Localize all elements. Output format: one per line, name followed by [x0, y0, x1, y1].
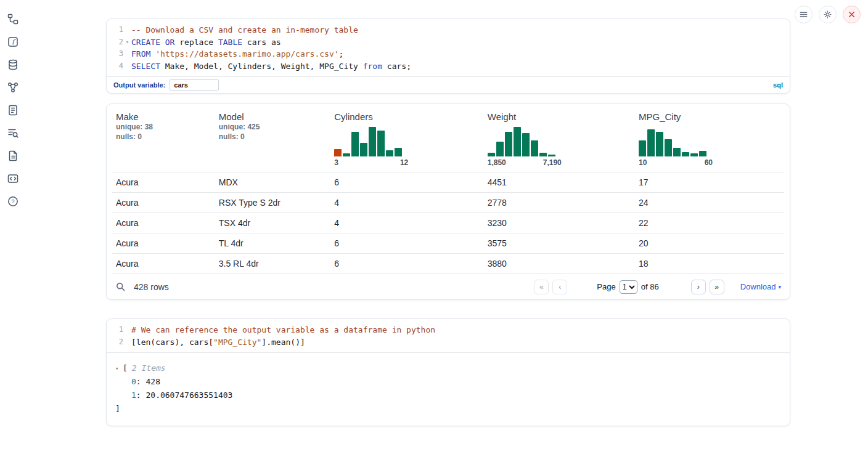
documentation-icon[interactable] — [6, 149, 20, 163]
tree-value: 20.060747663551403 — [145, 390, 232, 400]
next-page-button[interactable]: › — [691, 280, 706, 294]
line-number: 2▾ — [107, 36, 131, 49]
download-label: Download — [740, 282, 776, 291]
histogram-bar[interactable] — [496, 142, 504, 156]
code-line[interactable]: 3FROM 'https://datasets.marimo.app/cars.… — [107, 48, 790, 60]
table-row[interactable]: AcuraRSX Type S 2dr4277824 — [112, 193, 784, 213]
column-header[interactable]: MPG_City1060 — [635, 104, 784, 172]
search-icon[interactable] — [115, 281, 126, 292]
notebook: 1-- Download a CSV and create an in-memo… — [106, 18, 790, 426]
scratchpad-icon[interactable] — [6, 103, 20, 117]
help-icon[interactable]: ? — [6, 195, 20, 208]
histogram-bar[interactable] — [334, 149, 342, 156]
code-text: -- Download a CSV and create an in-memor… — [131, 24, 358, 36]
chevron-down-icon: ▾ — [778, 284, 781, 290]
python-code-editor[interactable]: 1# We can reference the output variable … — [107, 319, 790, 352]
histogram-bar[interactable] — [548, 155, 555, 156]
table-cell: MDX — [215, 172, 330, 193]
histogram-bar[interactable] — [690, 153, 698, 156]
histogram-bar[interactable] — [343, 153, 350, 156]
table-row[interactable]: AcuraTL 4dr6357520 — [112, 233, 784, 254]
logs-icon[interactable] — [6, 126, 20, 140]
code-text: # We can reference the output variable a… — [131, 324, 435, 336]
histogram-bar[interactable] — [377, 131, 385, 156]
histogram-bar[interactable] — [395, 148, 402, 156]
table-cell: 3575 — [484, 233, 635, 254]
close-icon — [847, 10, 856, 19]
histogram-bar[interactable] — [369, 127, 376, 156]
nulls-stat: nulls: 0 — [219, 132, 327, 142]
database-icon[interactable] — [6, 58, 20, 71]
gear-icon — [823, 10, 832, 19]
code-line[interactable]: 2[len(cars), cars["MPG_City"].mean()] — [107, 336, 790, 349]
histogram-bar[interactable] — [351, 132, 359, 156]
first-page-button[interactable]: « — [534, 280, 549, 294]
file-tree-icon[interactable] — [6, 12, 20, 26]
histogram-bar[interactable] — [522, 133, 530, 156]
code-line[interactable]: 1# We can reference the output variable … — [107, 324, 790, 336]
fold-marker[interactable]: ▾ — [123, 36, 131, 49]
close-button[interactable] — [843, 6, 861, 23]
table-cell: Acura — [112, 233, 215, 254]
download-button[interactable]: Download ▾ — [740, 282, 781, 291]
histogram-bar[interactable] — [673, 148, 681, 156]
table-footer: 428 rows « ‹ Page 1 of 86 › » Download ▾ — [107, 274, 790, 299]
line-number: 2 — [107, 336, 131, 349]
prev-page-button[interactable]: ‹ — [552, 280, 567, 294]
histogram-bar[interactable] — [699, 151, 706, 156]
column-histogram[interactable] — [488, 126, 562, 156]
snippets-icon[interactable] — [6, 172, 20, 185]
table-cell: TL 4dr — [215, 233, 330, 254]
table-cell: 17 — [635, 172, 784, 193]
column-histogram[interactable] — [334, 126, 408, 156]
code-line[interactable]: 4SELECT Make, Model, Cylinders, Weight, … — [107, 60, 790, 73]
table-wrap: Makeunique: 38nulls: 0Modelunique: 425nu… — [107, 104, 790, 274]
histogram-bar[interactable] — [531, 140, 538, 156]
table-cell: Acura — [112, 254, 215, 274]
unique-stat: unique: 425 — [219, 122, 327, 132]
menu-button[interactable] — [795, 6, 813, 23]
table-cell: 6 — [330, 233, 484, 254]
code-line[interactable]: 1-- Download a CSV and create an in-memo… — [107, 24, 790, 36]
settings-button[interactable] — [819, 6, 837, 23]
pagination: « ‹ Page 1 of 86 › » — [534, 280, 724, 294]
table-panel: Makeunique: 38nulls: 0Modelunique: 425nu… — [106, 103, 790, 300]
histogram-bar[interactable] — [488, 153, 495, 156]
histogram-bar[interactable] — [514, 127, 521, 156]
column-header[interactable]: Cylinders312 — [330, 104, 484, 172]
items-count-label: 2 Items — [132, 362, 166, 375]
table-row[interactable]: AcuraTSX 4dr4323022 — [112, 213, 784, 233]
table-row[interactable]: Acura3.5 RL 4dr6388018 — [112, 254, 784, 274]
histogram-bar[interactable] — [639, 140, 646, 156]
collapse-icon[interactable]: ▾ — [115, 362, 123, 375]
last-page-button[interactable]: » — [710, 280, 724, 294]
histogram-axis-labels: 1060 — [639, 158, 713, 167]
histogram-bar[interactable] — [682, 152, 689, 156]
open-bracket: [ — [123, 362, 128, 375]
tree-entry: 1: 20.060747663551403 — [115, 389, 790, 402]
column-header[interactable]: Modelunique: 425nulls: 0 — [215, 104, 330, 172]
column-name: MPG_City — [639, 111, 780, 122]
page-select[interactable]: 1 — [620, 280, 637, 294]
histogram-bar[interactable] — [665, 139, 672, 156]
column-header[interactable]: Makeunique: 38nulls: 0 — [112, 104, 215, 172]
table-cell: Acura — [112, 172, 215, 193]
table-cell: 20 — [635, 233, 784, 254]
histogram-bar[interactable] — [360, 143, 367, 156]
code-line[interactable]: 2▾CREATE OR replace TABLE cars as — [107, 36, 790, 49]
histogram-bar[interactable] — [505, 132, 512, 156]
table-row[interactable]: AcuraMDX6445117 — [112, 172, 784, 193]
dependency-graph-icon[interactable] — [6, 81, 20, 94]
output-variable-input[interactable] — [170, 79, 219, 91]
menu-icon — [799, 10, 808, 19]
column-header[interactable]: Weight1,8507,190 — [484, 104, 635, 172]
histogram-bar[interactable] — [539, 153, 547, 156]
sidebar: f ? — [6, 12, 20, 208]
histogram-bar[interactable] — [656, 132, 663, 156]
column-name: Weight — [488, 111, 631, 122]
column-histogram[interactable] — [639, 126, 713, 156]
sql-code-editor[interactable]: 1-- Download a CSV and create an in-memo… — [107, 19, 790, 76]
functions-icon[interactable]: f — [6, 35, 20, 49]
histogram-bar[interactable] — [647, 129, 655, 156]
histogram-bar[interactable] — [386, 150, 393, 156]
